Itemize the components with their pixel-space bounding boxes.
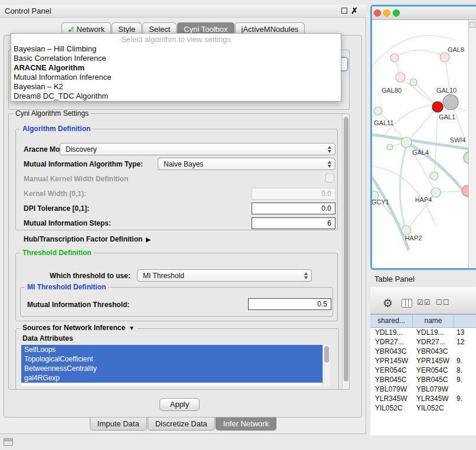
network-node[interactable] [464,152,468,164]
network-node[interactable] [462,185,468,196]
table-cell: YER054C [370,366,413,374]
algorithm-option[interactable]: Mutual Information Inference [11,73,341,82]
node-label: GCY1 [372,198,389,206]
table-panel-title: Table Panel [374,275,415,283]
attribute-item[interactable]: TopologicalCoefficient [21,354,322,364]
table-header-row: shared...name [370,314,476,328]
settings-scrollbar-thumb[interactable] [344,117,348,381]
column-header[interactable] [454,315,476,327]
close-panel-icon[interactable]: ✗ [350,5,359,16]
mi-threshold-input[interactable] [248,298,331,310]
float-window-icon[interactable] [341,8,347,14]
tab-infer-network[interactable]: Infer Network [216,418,276,431]
network-scrollbar[interactable] [468,20,476,268]
table-row[interactable]: YDL19...YDL19...13 [370,328,476,337]
node-label: GAL1 [439,113,455,120]
window-zoom-button[interactable] [393,9,400,17]
gear-icon[interactable]: ⚙ [383,298,393,309]
table-cell: YIL052C [370,404,413,412]
window-close-button[interactable] [374,9,381,17]
network-node[interactable] [443,94,458,110]
network-edge [400,77,438,107]
algorithm-option[interactable]: Bayesian – Hill Climbing [11,44,341,54]
table-cell: 9. [454,394,476,403]
network-scrollbar-arrow[interactable] [470,22,475,28]
aracne-mode-select[interactable]: Discovery [60,143,335,155]
algorithm-option[interactable]: Dream8 DC_TDC Algorithm [11,92,341,101]
network-node[interactable] [390,54,399,62]
hub-section-toggle[interactable]: Hub/Transcription Factor Definition ▶ [24,235,151,243]
deselect-all-checkboxes-icon[interactable]: ☐☐ [436,298,450,306]
column-header[interactable]: shared... [370,315,413,327]
network-node[interactable] [402,226,411,235]
dpi-tolerance-label: DPI Tolerance [0,1]: [24,204,89,213]
column-header[interactable]: name [413,315,454,327]
table-row[interactable]: YIL052CYIL052C [370,403,476,413]
network-canvas[interactable]: GAL8GAL80GAL10GAL1GAL11SWI4GAL4GCY1HAP4H… [372,20,468,268]
attribute-item[interactable]: SelfLoops [21,345,322,354]
attributes-scrollbar[interactable] [322,345,330,386]
table-row[interactable]: YBR043CYBR043C [370,347,476,356]
control-panel-titlebar: Control Panel [0,5,366,18]
network-node[interactable] [431,188,441,197]
table-cell: YBL079W [370,385,413,393]
select-all-checkboxes-icon[interactable]: ☑☑ [417,298,431,306]
network-node[interactable] [374,107,382,115]
attributes-scrollbar-thumb[interactable] [324,346,329,363]
mi-type-label: Mutual Information Algorithm Type: [24,160,143,168]
algorithm-option[interactable]: Bayesian – K2 [11,82,341,92]
table-cell: 13 [454,328,476,337]
minimized-panel-icon[interactable] [4,438,13,446]
network-graph: GAL8GAL80GAL10GAL1GAL11SWI4GAL4GCY1HAP4H… [372,20,468,268]
combo-arrows-icon [304,272,308,279]
table-cell: YER054C [413,366,454,374]
network-node[interactable] [440,53,449,62]
settings-scrollbar[interactable] [342,115,349,389]
dpi-tolerance-input[interactable] [252,203,335,214]
network-node[interactable] [396,73,405,82]
tab-label: Cyni Toolbox [184,25,227,34]
network-node[interactable] [401,137,412,148]
network-node[interactable] [410,79,417,86]
node-label: HAP4 [415,196,432,203]
mi-steps-input[interactable] [252,217,335,229]
network-node[interactable] [430,172,438,180]
manual-kernel-checkbox[interactable] [325,174,334,182]
table-row[interactable]: YER054CYER054C8. [370,366,476,375]
control-panel-title: Control Panel [5,6,51,15]
network-node[interactable] [432,102,443,112]
table-row[interactable]: YPR145WYPR145W9. [370,356,476,366]
network-node[interactable] [387,144,393,150]
combo-arrows-icon [328,146,331,153]
tab-label: jActiveMNodules [242,25,299,34]
table-row[interactable]: YBR045CYBR045C9. [370,375,476,384]
mi-threshold-group-title: MI Threshold Definition [25,283,108,291]
sources-toggle[interactable]: Sources for Network Inference ▼ [20,324,137,332]
node-label: HAP2 [405,234,422,242]
tab-discretize-data[interactable]: Discretize Data [148,418,215,431]
tab-label: Style [118,25,135,34]
columns-icon[interactable] [402,299,412,308]
attribute-item[interactable]: gal4RGexp [21,373,322,383]
algorithm-definition-title: Algorithm Definition [20,125,93,133]
data-attributes-list: SelfLoopsTopologicalCoefficientBetweenne… [21,345,322,386]
settings-group-title: Cyni Algorithm Settings [13,110,91,118]
table-cell: YDR27... [370,338,413,346]
which-threshold-select[interactable]: MI Threshold [137,269,312,282]
window-minimize-button[interactable] [383,9,390,17]
tab-impute-data[interactable]: Impute Data [90,418,147,431]
apply-button[interactable]: Apply [159,398,200,411]
attribute-item[interactable]: BetweennessCentrality [21,364,322,373]
tab-label: Network [77,25,105,34]
algorithm-option[interactable]: ARACNE Algorithm [11,63,341,73]
algorithm-dropdown: Select algorithm to view settings Bayesi… [11,33,341,102]
table-row[interactable]: YLR345WYLR345W9. [370,394,476,403]
algorithm-option[interactable]: Basic Correlation Inference [11,54,341,63]
table-row[interactable]: YBL079WYBL079W [370,384,476,394]
table-row[interactable]: YDR27...YDR27...12 [370,337,476,347]
network-edge [395,50,445,58]
node-label: SWI4 [450,136,466,144]
algorithm-option-list: Bayesian – Hill ClimbingBasic Correlatio… [11,44,341,101]
mi-type-select[interactable]: Naive Bayes [158,158,335,170]
table-cell: YIL052C [413,404,454,412]
